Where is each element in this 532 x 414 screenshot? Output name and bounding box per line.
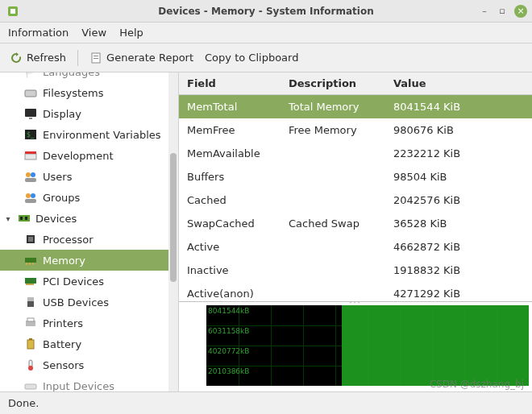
refresh-label: Refresh [27,52,66,64]
generate-report-button[interactable]: Generate Report [89,52,193,64]
header-field[interactable]: Field [179,77,289,89]
table-row[interactable]: MemFreeFree Memory980676 KiB [179,118,532,142]
svg-rect-4 [94,58,98,59]
sidebar-item-label: Memory [43,255,85,267]
refresh-button[interactable]: Refresh [10,52,66,64]
table-row[interactable]: Cached2042576 KiB [179,188,532,212]
svg-rect-30 [27,301,34,307]
table-row[interactable]: MemAvailable2232212 KiB [179,142,532,165]
graph-y-tick: 2010386kB [208,367,249,375]
copy-clipboard-label: Copy to Clipboard [205,52,298,64]
graph-y-tick: 6031158kB [208,327,249,335]
table-row[interactable]: Inactive1918832 KiB [179,259,532,282]
battery-icon [24,337,37,350]
header-value[interactable]: Value [393,77,532,89]
svg-rect-10 [25,154,36,159]
window-controls: – ▫ × [479,5,527,18]
app-icon [6,5,19,18]
cell-description: Cached Swap [289,217,393,230]
sidebar-item-processor[interactable]: Processor [0,229,178,250]
svg-text:$_: $_ [27,131,35,139]
status-text: Done. [8,397,39,409]
menu-help[interactable]: Help [119,27,143,39]
sidebar-item-cut[interactable]: 🏳️ Languages [0,72,178,82]
sidebar-item-printers[interactable]: Printers [0,313,178,333]
sidebar-item-pci[interactable]: PCI Devices [0,271,178,292]
expand-icon[interactable]: ▾ [3,214,13,223]
svg-rect-28 [26,284,34,285]
table-row[interactable]: MemTotalTotal Memory8041544 KiB [179,95,532,118]
sidebar-item-filesystems[interactable]: Filesystems [0,82,178,103]
minimize-button[interactable]: – [479,6,490,17]
close-button[interactable]: × [514,5,527,18]
copy-clipboard-button[interactable]: Copy to Clipboard [205,52,298,64]
sidebar-item-label: Processor [43,234,94,246]
menubar: Information View Help [0,23,532,43]
table-header: Field Description Value [179,72,532,95]
env-vars-icon: $_ [24,128,37,141]
svg-rect-32 [27,318,34,321]
svg-rect-37 [25,384,36,389]
sidebar-item-display[interactable]: Display [0,103,178,124]
sidebar-item-env-vars[interactable]: $_ Environment Variables [0,124,178,145]
cell-field: Active [179,241,289,253]
svg-point-36 [28,366,33,371]
sensors-icon [24,358,37,371]
sidebar-scrollbar[interactable] [168,72,178,391]
sidebar-item-sensors[interactable]: Sensors [0,354,178,375]
menu-view[interactable]: View [81,27,106,39]
display-icon [24,107,37,120]
window-title: Devices - Memory - System Information [158,6,373,17]
sidebar-item-users[interactable]: Users [0,166,178,187]
table-row[interactable]: Active4662872 KiB [179,235,532,259]
sidebar-item-label: Filesystems [43,87,104,99]
cell-value: 8041544 KiB [393,101,532,113]
devices-icon [18,212,31,225]
sidebar-item-battery[interactable]: Battery [0,333,178,354]
sidebar-group-devices[interactable]: ▾ Devices [0,208,178,229]
cell-field: Cached [179,194,289,206]
svg-rect-20 [25,217,27,220]
sidebar-item-input-devices[interactable]: Input Devices [0,375,178,391]
cell-value: 4662872 KiB [393,241,532,253]
printers-icon [24,317,37,329]
svg-rect-22 [28,237,33,242]
report-icon [89,52,102,64]
sidebar-item-label: Sensors [43,359,84,371]
table-row[interactable]: Buffers98504 KiB [179,165,532,188]
groups-icon [24,191,37,204]
scrollbar-thumb[interactable] [170,153,177,282]
svg-rect-3 [94,56,98,56]
titlebar: Devices - Memory - System Information – … [0,0,532,23]
menu-information[interactable]: Information [8,27,69,39]
sidebar-item-label: Languages [43,72,100,78]
sidebar-item-label: PCI Devices [43,275,104,288]
sidebar-item-memory[interactable]: Memory [0,250,178,271]
header-description[interactable]: Description [289,77,393,89]
sidebar[interactable]: 🏳️ Languages Filesystems Display $_ Envi… [0,72,179,391]
table-row[interactable]: SwapCachedCached Swap36528 KiB [179,212,532,235]
memory-table[interactable]: Field Description Value MemTotalTotal Me… [179,72,532,301]
sidebar-item-groups[interactable]: Groups [0,187,178,208]
graph-y-tick: 8041544kB [208,307,249,315]
svg-rect-11 [25,151,36,154]
svg-rect-25 [29,263,31,265]
cell-field: MemAvailable [179,147,289,159]
watermark: CSDN @dszhang_bj [430,379,524,390]
maximize-button[interactable]: ▫ [497,6,508,17]
table-row[interactable]: Active(anon)4271292 KiB [179,282,532,301]
cell-field: MemTotal [179,101,289,113]
svg-rect-27 [25,278,36,284]
cell-value: 980676 KiB [393,124,532,136]
graph-series-fill [342,305,529,386]
sidebar-item-usb[interactable]: USB Devices [0,292,178,313]
input-devices-icon [24,379,37,391]
generate-report-label: Generate Report [106,52,193,64]
sidebar-item-development[interactable]: Development [0,145,178,166]
sidebar-item-label: Input Devices [43,380,114,392]
toolbar: Refresh Generate Report Copy to Clipboar… [0,43,532,72]
cell-value: 98504 KiB [393,171,532,183]
usb-icon [24,296,37,308]
sidebar-item-label: Environment Variables [43,129,161,141]
cell-description: Free Memory [289,124,393,136]
